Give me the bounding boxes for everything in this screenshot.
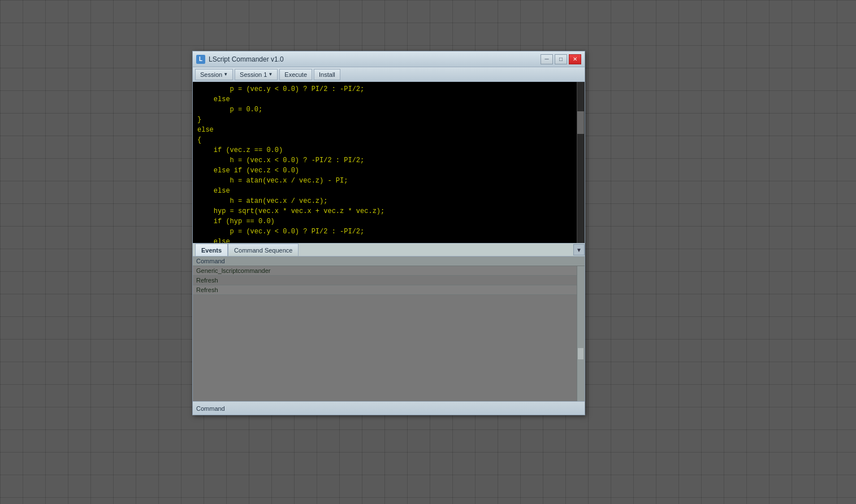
window-title: LScript Commander v1.0 <box>209 55 284 63</box>
tabs-area: Events Command Sequence <box>193 243 585 257</box>
events-scrollbar-vertical[interactable] <box>577 266 585 401</box>
events-header: Command <box>193 257 585 266</box>
events-list-container: Generic_lscriptcommander Refresh Refresh <box>193 266 585 401</box>
list-item[interactable]: Refresh <box>193 276 577 285</box>
tab-command-sequence[interactable]: Command Sequence <box>228 244 299 256</box>
window-controls: ─ □ ✕ <box>541 54 581 64</box>
session1-dropdown[interactable]: Session 1 ▼ <box>235 69 278 80</box>
code-editor[interactable]: p = (vec.y < 0.0) ? PI/2 : -PI/2; else p… <box>193 82 577 243</box>
main-content: p = (vec.y < 0.0) ? PI/2 : -PI/2; else p… <box>193 82 585 415</box>
install-button[interactable]: Install <box>314 69 340 80</box>
events-list: Generic_lscriptcommander Refresh Refresh <box>193 266 577 295</box>
tab-events[interactable]: Events <box>195 244 228 256</box>
close-button[interactable]: ✕ <box>569 54 581 64</box>
list-item[interactable]: Refresh <box>193 285 577 295</box>
events-panel: Command Generic_lscriptcommander Refresh… <box>193 257 585 401</box>
panel-dropdown-icon[interactable]: ▼ <box>573 244 585 255</box>
events-scrollbar-thumb[interactable] <box>578 348 583 359</box>
tabs-container: Events Command Sequence ▼ <box>193 243 585 257</box>
title-bar: L LScript Commander v1.0 ─ □ ✕ <box>193 51 585 67</box>
execute-button[interactable]: Execute <box>279 69 312 80</box>
toolbar: Session ▼ Session 1 ▼ Execute Install <box>193 67 585 82</box>
maximize-button[interactable]: □ <box>555 54 567 64</box>
lower-section: Events Command Sequence ▼ Command Generi… <box>193 243 585 415</box>
title-left: L LScript Commander v1.0 <box>196 55 284 64</box>
code-scroll-area: p = (vec.y < 0.0) ? PI/2 : -PI/2; else p… <box>193 82 585 243</box>
main-window: L LScript Commander v1.0 ─ □ ✕ Session ▼… <box>192 51 585 415</box>
app-icon: L <box>196 55 205 64</box>
command-label: Command <box>196 405 225 412</box>
code-content: p = (vec.y < 0.0) ? PI/2 : -PI/2; else p… <box>193 82 577 243</box>
list-item[interactable]: Generic_lscriptcommander <box>193 266 577 276</box>
code-scrollbar-vertical[interactable] <box>577 82 585 243</box>
command-input-area[interactable]: Command <box>193 401 585 415</box>
session-dropdown[interactable]: Session ▼ <box>195 69 233 80</box>
code-scrollbar-thumb[interactable] <box>577 111 584 134</box>
session-arrow-icon: ▼ <box>223 72 228 77</box>
session1-arrow-icon: ▼ <box>268 72 273 77</box>
minimize-button[interactable]: ─ <box>541 54 553 64</box>
